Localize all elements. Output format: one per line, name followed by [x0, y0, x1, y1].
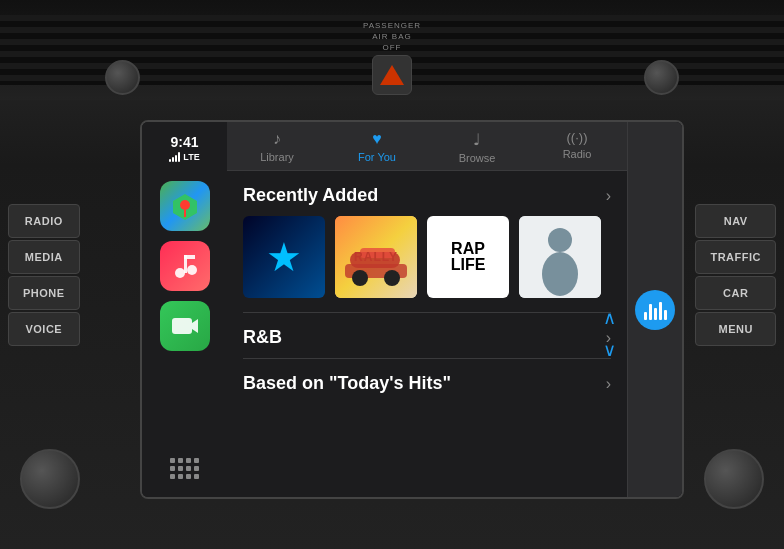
album-rally[interactable]: RALLY [335, 216, 417, 298]
airbag-label: PASSENGER AIR BAG OFF [363, 20, 421, 54]
eq-bar-3 [654, 308, 657, 320]
tab-for-you[interactable]: ♥ For You [327, 122, 427, 170]
screen-content: 9:41 LTE [142, 122, 682, 497]
volume-knob[interactable] [20, 449, 80, 509]
hazard-button[interactable] [372, 55, 412, 95]
eq-bars-icon [644, 300, 667, 320]
library-icon: ♪ [273, 130, 281, 148]
album-raplife[interactable]: RAP LIFE [427, 216, 509, 298]
menu-button[interactable]: MENU [695, 312, 776, 346]
nav-button[interactable]: NAV [695, 204, 776, 238]
svg-point-12 [384, 270, 400, 286]
heart-icon: ♥ [372, 130, 382, 148]
tab-radio-label: Radio [563, 148, 592, 160]
app-grid-button[interactable] [160, 454, 210, 484]
svg-point-4 [187, 265, 197, 275]
svg-point-1 [180, 200, 190, 210]
tuner-knob[interactable] [704, 449, 764, 509]
svg-point-17 [542, 252, 578, 296]
recently-added-chevron: › [606, 187, 611, 205]
recently-added-section[interactable]: Recently Added › [227, 171, 627, 216]
maps-app-icon[interactable] [160, 181, 210, 231]
status-bar: 9:41 LTE [169, 130, 199, 166]
tab-for-you-label: For You [358, 151, 396, 163]
svg-rect-6 [184, 255, 195, 259]
tab-radio[interactable]: ((·)) Radio [527, 122, 627, 170]
browse-icon: ♩ [473, 130, 481, 149]
todays-hits-section[interactable]: Based on "Today's Hits" › [227, 359, 627, 404]
eq-bar-1 [644, 312, 647, 320]
svg-marker-8 [192, 319, 198, 333]
phone-button[interactable]: PHONE [8, 276, 80, 310]
svg-point-3 [175, 268, 185, 278]
tab-library-label: Library [260, 151, 294, 163]
dashboard: PASSENGER AIR BAG OFF RADIO MEDIA PHONE … [0, 0, 784, 549]
signal-bar-3 [175, 155, 177, 162]
star-icon: ★ [266, 234, 302, 280]
recently-added-title: Recently Added [243, 185, 378, 206]
todays-hits-chevron: › [606, 375, 611, 393]
grid-dots-icon [170, 458, 200, 480]
tab-library[interactable]: ♪ Library [227, 122, 327, 170]
signal-indicator: LTE [169, 152, 199, 162]
rnb-title: R&B [243, 327, 282, 348]
scroll-controls: ∧ ∨ [591, 300, 627, 368]
content-wrapper: Recently Added › ★ [227, 171, 627, 497]
media-button[interactable]: MEDIA [8, 240, 80, 274]
album-row: ★ [227, 216, 627, 312]
right-side-buttons: NAV TRAFFIC CAR MENU [687, 204, 784, 346]
scroll-up-button[interactable]: ∧ [595, 304, 623, 332]
tab-browse-label: Browse [459, 152, 496, 164]
music-app-icon[interactable] [160, 241, 210, 291]
todays-hits-title: Based on "Today's Hits" [243, 373, 451, 394]
infotainment-screen: 9:41 LTE [140, 120, 684, 499]
content-area: Recently Added › ★ [227, 171, 627, 404]
tab-browse[interactable]: ♩ Browse [427, 122, 527, 170]
app-sidebar: 9:41 LTE [142, 122, 227, 497]
screen-right-controls [627, 122, 682, 497]
vent-knob-right[interactable] [644, 60, 679, 95]
svg-point-11 [352, 270, 368, 286]
main-content: ♪ Library ♥ For You ♩ Browse ((·)) Radio [227, 122, 627, 497]
facetime-app-icon[interactable] [160, 301, 210, 351]
hazard-triangle-icon [380, 65, 404, 85]
eq-bar-2 [649, 304, 652, 320]
eq-bar-4 [659, 302, 662, 320]
tab-bar: ♪ Library ♥ For You ♩ Browse ((·)) Radio [227, 122, 627, 171]
album-silhouette[interactable] [519, 216, 601, 298]
signal-bars [169, 152, 180, 162]
svg-rect-7 [172, 318, 192, 334]
radio-button[interactable]: RADIO [8, 204, 80, 238]
scroll-down-button[interactable]: ∨ [595, 336, 623, 364]
svg-point-16 [548, 228, 572, 252]
signal-bar-2 [172, 157, 174, 162]
lte-label: LTE [183, 152, 199, 162]
traffic-button[interactable]: TRAFFIC [695, 240, 776, 274]
vent-knob-left[interactable] [105, 60, 140, 95]
eq-bar-5 [664, 310, 667, 320]
rnb-section[interactable]: R&B › [227, 313, 627, 358]
raplife-title: RAP LIFE [451, 241, 486, 273]
voice-button[interactable]: VOICE [8, 312, 80, 346]
radio-icon: ((·)) [567, 130, 588, 145]
status-time: 9:41 [170, 134, 198, 150]
left-side-buttons: RADIO MEDIA PHONE VOICE [0, 204, 88, 346]
signal-bar-4 [178, 152, 180, 162]
eq-button[interactable] [635, 290, 675, 330]
car-button[interactable]: CAR [695, 276, 776, 310]
album-stars[interactable]: ★ [243, 216, 325, 298]
rally-text: RALLY [354, 250, 398, 264]
signal-bar-1 [169, 159, 171, 162]
